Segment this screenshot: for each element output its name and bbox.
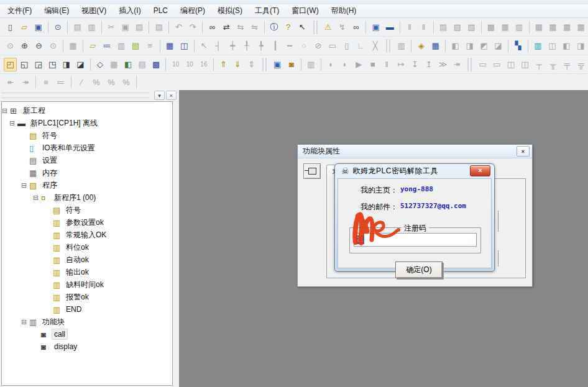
edit-marker-4-button[interactable]: % — [119, 75, 133, 89]
transfer-settings-button[interactable]: ▣ — [369, 20, 382, 34]
tree-item-symbols[interactable]: ▤符号 — [2, 129, 172, 142]
force-off-button[interactable]: ◨ — [463, 39, 476, 53]
tree-item-section-output[interactable]: ▥输出ok — [2, 266, 172, 278]
set-value-button[interactable]: ◪ — [492, 39, 505, 53]
ci-view-button[interactable]: ◫ — [178, 39, 191, 53]
find-in-page-button[interactable]: ⊙ — [52, 20, 65, 34]
compile-button[interactable]: ⚠ — [322, 20, 335, 34]
menu-simulation[interactable]: 模拟(S) — [211, 4, 249, 17]
tree-item-function-blocks[interactable]: ⊟▥功能块 — [2, 316, 172, 328]
pause-monitoring-button[interactable]: ‖ — [403, 20, 416, 34]
online-edit-compile-button[interactable]: ↯ — [336, 20, 349, 34]
pause-button[interactable]: ‖ — [417, 20, 430, 34]
sim-run-to-end-button[interactable]: ↠ — [451, 58, 464, 71]
release-password-button[interactable]: ◙ — [285, 58, 298, 71]
replace-in-project-button[interactable]: ⇆ — [234, 20, 247, 34]
panel-dropdown-button[interactable]: ▾ — [154, 91, 165, 100]
tree-item-section-input[interactable]: ▥常规输入OK — [2, 229, 172, 241]
registration-code-input[interactable]: 21 — [354, 233, 477, 247]
edit-marker-1-button[interactable]: ∕ — [75, 75, 88, 89]
sim-step-run-button[interactable]: ↦ — [395, 58, 408, 71]
tree-item-section-param[interactable]: ▥参数设置ok — [2, 216, 172, 229]
pause-monitor-hand-button[interactable]: ◗ — [338, 58, 351, 71]
monitor-in-window-button[interactable]: ▦ — [108, 58, 121, 71]
show-comments-button[interactable]: ▱ — [86, 39, 99, 53]
download-doc-button[interactable]: ▧ — [451, 20, 464, 34]
window-check-button[interactable]: ◨ — [574, 39, 587, 53]
set-password-button[interactable]: ▣ — [271, 58, 284, 71]
tree-item-new-project[interactable]: ⊟⊞新工程 — [2, 104, 172, 117]
instruction-closed-button[interactable]: ▯ — [340, 39, 353, 53]
sampling-settings-button[interactable]: ▦ — [498, 20, 512, 34]
new-file-button[interactable]: ▯ — [4, 20, 17, 34]
tree-item-program-symbols[interactable]: ▤符号 — [2, 204, 172, 216]
upload-doc-button[interactable]: ▤ — [437, 20, 450, 34]
sim-step-in-button[interactable]: ↧ — [408, 58, 421, 71]
force-on-button[interactable]: ◧ — [449, 39, 462, 53]
radix-decimal-button[interactable]: 10 — [169, 58, 182, 71]
context-help-button[interactable]: ↖ — [296, 20, 309, 34]
time-chart-monitor-button[interactable]: ▦ — [429, 39, 442, 53]
sim-pause-button[interactable]: ‖ — [380, 58, 393, 71]
or-contact-closed-button[interactable]: ╄ — [255, 39, 268, 53]
show-symbol-bar-button[interactable]: ≡ — [144, 39, 157, 53]
contact-open-button[interactable]: ┤ — [212, 39, 225, 53]
redo-button[interactable]: ↷ — [186, 20, 200, 34]
toolbar-grip[interactable] — [313, 20, 318, 34]
net-screen-1-button[interactable]: ◫ — [505, 58, 518, 71]
edit-marker-3-button[interactable]: % — [104, 75, 118, 89]
toolbar-grip[interactable] — [467, 58, 472, 71]
tree-item-settings[interactable]: ▤设置 — [2, 154, 172, 166]
delete-tool-button[interactable]: ╳ — [369, 39, 382, 53]
toggle-watch-window-button[interactable]: ◲ — [32, 58, 45, 71]
cut-button[interactable]: ✂ — [105, 20, 118, 34]
toolbar-grip[interactable] — [386, 39, 390, 53]
print-preview-button[interactable]: ▥ — [85, 20, 98, 34]
menu-window[interactable]: 窗口(W) — [285, 4, 324, 17]
watch-window-button[interactable]: ▚ — [512, 39, 525, 53]
tree-item-plc1[interactable]: ⊟▬新PLC1[CP1H] 离线 — [2, 117, 172, 129]
tree-item-section-level[interactable]: ▥料位ok — [2, 241, 172, 253]
tree-expand-toggle[interactable]: ⊟ — [21, 319, 29, 326]
sim-continuous-step-button[interactable]: ≫ — [436, 58, 449, 71]
tree-item-section-auto[interactable]: ▥自动ok — [2, 253, 172, 266]
tree-item-memory[interactable]: ▦内存 — [2, 166, 172, 179]
panel-close-button[interactable]: × — [166, 91, 177, 100]
transfer-cable-button[interactable]: ▬ — [384, 20, 397, 34]
tree-expand-toggle[interactable]: ⊟ — [33, 194, 41, 201]
instruction-box-button[interactable]: ▭ — [326, 39, 339, 53]
paste-button[interactable]: ▤ — [133, 20, 146, 34]
open-file-button[interactable]: ▱ — [18, 20, 31, 34]
pause-with-trigger-button[interactable]: ◖ — [324, 58, 338, 71]
indent-increase-button[interactable]: ↠ — [19, 75, 32, 89]
menu-program[interactable]: 编程(P) — [174, 4, 211, 17]
sim-step-out-button[interactable]: ↥ — [423, 58, 436, 71]
menu-file[interactable]: 文件(F) — [1, 4, 38, 17]
show-rung-wrapping-button[interactable]: ▥ — [115, 39, 128, 53]
zoom-in-button[interactable]: ⊕ — [18, 39, 31, 53]
or-contact-open-button[interactable]: ╀ — [241, 39, 254, 53]
zoom-to-fit-button[interactable]: ⊙ — [4, 39, 17, 53]
net-topology-2-button[interactable]: ╥ — [546, 58, 559, 71]
address-reference-button[interactable]: ⇋ — [248, 20, 261, 34]
menu-edit[interactable]: 编辑(E) — [38, 4, 75, 17]
stop-sampling-button[interactable]: ▥ — [513, 20, 526, 34]
tree-item-io-table[interactable]: ▯IO表和单元设置 — [2, 142, 172, 154]
dialog-titlebar[interactable]: ☠ 欧姆龙PLC密码解除工具 × — [335, 164, 494, 178]
start-sampling-button[interactable]: ▩ — [485, 20, 498, 34]
show-section-list-button[interactable]: ≔ — [101, 39, 114, 53]
rung-comment-button[interactable]: ≔ — [54, 75, 68, 89]
dialog-titlebar[interactable]: 功能块属性 × — [298, 145, 532, 158]
io-table-window-button[interactable]: ▥ — [531, 39, 544, 53]
toggle-output-window-button[interactable]: ◱ — [18, 58, 31, 71]
cancel-transfer-button[interactable]: ▨ — [465, 20, 478, 34]
show-program-sections-button[interactable]: ▤ — [129, 39, 142, 53]
save-button[interactable]: ▣ — [32, 20, 45, 34]
sim-run-button[interactable]: ▶ — [352, 58, 365, 71]
transfer-package-button[interactable]: ◈ — [415, 39, 428, 53]
mnemonic-view-button[interactable]: ▦ — [163, 39, 177, 53]
work-online-simulator-button[interactable]: ▥ — [305, 58, 318, 71]
net-screen-2-button[interactable]: ◫ — [518, 58, 531, 71]
menu-tools[interactable]: 工具(T) — [249, 4, 285, 17]
pin-button[interactable] — [303, 163, 321, 179]
